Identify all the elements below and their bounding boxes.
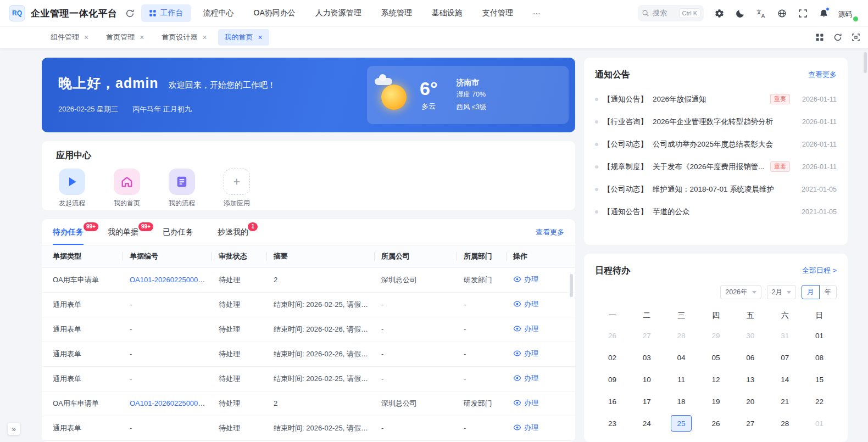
calendar-day[interactable]: 27	[733, 412, 767, 434]
calendar-day[interactable]: 08	[802, 346, 837, 368]
month-view-button[interactable]: 月	[802, 285, 820, 299]
calendar-day[interactable]: 20	[733, 390, 767, 412]
refresh-icon[interactable]	[125, 9, 135, 18]
dark-mode-moon-icon[interactable]	[736, 9, 745, 18]
calendar-day[interactable]: 07	[767, 434, 802, 442]
task-tab-1[interactable]: 待办任务99+	[53, 219, 84, 245]
layout-grid-icon[interactable]	[815, 33, 824, 42]
handle-button[interactable]: 办理	[513, 275, 538, 284]
calendar-day[interactable]: 02	[595, 346, 630, 368]
calendar-day[interactable]: 01	[802, 324, 837, 346]
calendar-day[interactable]: 22	[802, 390, 837, 412]
calendar-day[interactable]: 16	[595, 390, 630, 412]
handle-button[interactable]: 办理	[513, 398, 538, 408]
calendar-day[interactable]: 14	[767, 368, 802, 390]
calendar-day[interactable]: 12	[699, 368, 733, 390]
calendar-day[interactable]: 04	[664, 346, 699, 368]
calendar-day[interactable]: 30	[733, 324, 767, 346]
notice-item-1[interactable]: 【通知公告】2026年放假通知重要2026-01-11	[595, 88, 837, 110]
handle-button[interactable]: 办理	[513, 373, 538, 383]
calendar-day[interactable]: 24	[630, 412, 664, 434]
year-select[interactable]: 2026年	[720, 285, 761, 299]
calendar-day[interactable]: 03	[630, 346, 664, 368]
calendar-day[interactable]: 28	[767, 412, 802, 434]
translate-icon[interactable]: 文A	[756, 9, 766, 18]
notice-item-2[interactable]: 【行业咨询】2026年企业管理数字化转型趋势分析2026-01-11	[595, 110, 837, 133]
calendar-day[interactable]: 05	[699, 346, 733, 368]
calendar-day[interactable]: 06	[733, 346, 767, 368]
calendar-day[interactable]: 25	[664, 412, 699, 434]
calendar-day[interactable]: 27	[630, 324, 664, 346]
calendar-day[interactable]: 07	[767, 346, 802, 368]
search-input[interactable]: 搜索 Ctrl K	[638, 5, 704, 21]
handle-button[interactable]: 办理	[513, 299, 538, 309]
page-tab-4[interactable]: 我的首页×	[218, 29, 269, 46]
app-item-4[interactable]: 添加应用	[221, 169, 253, 208]
calendar-day[interactable]: 23	[595, 412, 630, 434]
nav-item-8[interactable]: ···	[525, 5, 548, 21]
tab-close-icon[interactable]: ×	[84, 33, 88, 41]
month-select[interactable]: 2月	[767, 285, 796, 299]
app-item-2[interactable]: 我的首页	[111, 169, 143, 208]
document-number-link[interactable]: OA101-2026022500002	[130, 276, 206, 284]
fullscreen-icon[interactable]	[798, 9, 808, 18]
calendar-day[interactable]: 29	[699, 324, 733, 346]
nav-item-5[interactable]: 系统管理	[374, 4, 420, 22]
task-tab-2[interactable]: 我的单据99+	[108, 219, 138, 245]
task-tab-3[interactable]: 已办任务	[163, 219, 193, 245]
nav-item-7[interactable]: 支付管理	[475, 4, 521, 22]
calendar-day[interactable]: 15	[802, 368, 837, 390]
calendar-day[interactable]: 17	[630, 390, 664, 412]
tab-close-icon[interactable]: ×	[202, 33, 207, 41]
calendar-day[interactable]: 28	[664, 324, 699, 346]
calendar-day[interactable]: 09	[595, 368, 630, 390]
calendar-day[interactable]: 26	[699, 412, 733, 434]
table-scrollbar-thumb[interactable]	[570, 274, 573, 297]
nav-item-3[interactable]: OA协同办公	[246, 4, 303, 22]
calendar-day[interactable]: 03	[630, 434, 664, 442]
handle-button[interactable]: 办理	[513, 324, 538, 334]
sidebar-expand-button[interactable]: »	[8, 423, 20, 435]
app-item-3[interactable]: 我的流程	[166, 169, 198, 208]
page-scrollbar-thumb[interactable]	[864, 52, 867, 73]
handle-button[interactable]: 办理	[513, 349, 538, 359]
calendar-day[interactable]: 26	[595, 324, 630, 346]
calendar-day[interactable]: 21	[767, 390, 802, 412]
year-view-button[interactable]: 年	[819, 285, 837, 299]
page-tab-3[interactable]: 首页设计器×	[155, 29, 213, 46]
calendar-day[interactable]: 06	[733, 434, 767, 442]
calendar-day[interactable]: 31	[767, 324, 802, 346]
user-menu[interactable]: 源码	[838, 5, 858, 21]
notification-bell-icon[interactable]	[819, 9, 828, 18]
nav-item-6[interactable]: 基础设施	[424, 4, 470, 22]
calendar-day[interactable]: 11	[664, 368, 699, 390]
notice-item-3[interactable]: 【公司动态】公司成功举办2025年度总结表彰大会2026-01-11	[595, 133, 837, 155]
calendar-day[interactable]: 05	[699, 434, 733, 442]
document-number-link[interactable]: OA101-2026022500001	[130, 399, 206, 407]
calendar-day[interactable]: 18	[664, 390, 699, 412]
calendar-day[interactable]: 04	[664, 434, 699, 442]
page-tab-2[interactable]: 首页管理×	[99, 29, 151, 46]
notice-item-5[interactable]: 【公司动态】维护通知：2018-07-01 系统凌晨维护2021-01-05	[595, 178, 837, 200]
maximize-content-icon[interactable]	[852, 33, 860, 42]
notice-item-6[interactable]: 【通知公告】芋道的公众2021-01-05	[595, 200, 837, 223]
task-view-more-link[interactable]: 查看更多	[536, 227, 564, 237]
tab-close-icon[interactable]: ×	[258, 33, 263, 41]
notice-view-more-link[interactable]: 查看更多	[808, 70, 837, 80]
calendar-day[interactable]: 02	[595, 434, 630, 442]
calendar-day[interactable]: 08	[802, 434, 837, 442]
nav-item-2[interactable]: 流程中心	[196, 4, 242, 22]
task-tab-4[interactable]: 抄送我的1	[218, 219, 248, 245]
reload-page-icon[interactable]	[833, 33, 842, 42]
globe-language-icon[interactable]	[777, 9, 787, 18]
all-schedule-link[interactable]: 全部日程 >	[802, 266, 837, 276]
calendar-day[interactable]: 13	[733, 368, 767, 390]
calendar-day[interactable]: 10	[630, 368, 664, 390]
calendar-day[interactable]: 01	[802, 412, 837, 434]
page-tab-1[interactable]: 组件管理×	[44, 29, 95, 46]
calendar-day[interactable]: 19	[699, 390, 733, 412]
tab-close-icon[interactable]: ×	[140, 33, 144, 41]
nav-item-1[interactable]: 工作台	[141, 4, 191, 22]
notice-item-4[interactable]: 【规章制度】关于发布《2026年度费用报销管...重要2026-01-11	[595, 155, 837, 178]
handle-button[interactable]: 办理	[513, 423, 538, 433]
